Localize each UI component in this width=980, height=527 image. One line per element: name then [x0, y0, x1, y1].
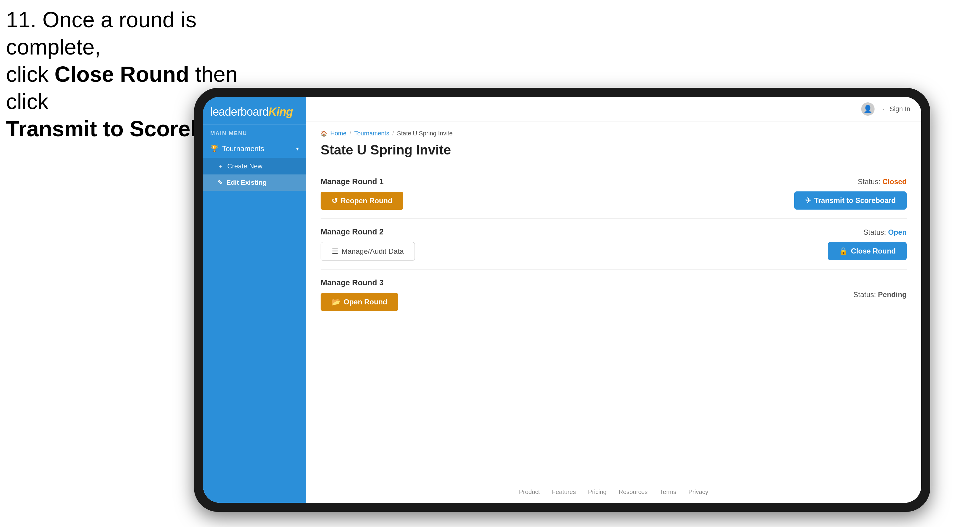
footer-terms[interactable]: Terms [660, 489, 676, 495]
breadcrumb: 🏠 Home / Tournaments / State U Spring In… [321, 130, 907, 137]
footer-features[interactable]: Features [552, 489, 576, 495]
user-avatar: 👤 [861, 102, 875, 116]
trophy-icon: 🏆 [210, 145, 218, 152]
app-footer: Product Features Pricing Resources Terms… [306, 481, 921, 503]
sidebar-sub-menu: ＋ Create New ✎ Edit Existing [203, 158, 306, 191]
logo-king: King [269, 105, 293, 118]
round-2-title: Manage Round 2 [321, 227, 415, 237]
round-1-section: Manage Round 1 ↺ Reopen Round Status: Cl… [321, 168, 907, 219]
round-2-status-value: Open [888, 228, 907, 236]
sidebar: leaderboardKing MAIN MENU 🏆 Tournaments … [203, 97, 306, 503]
sidebar-item-tournaments[interactable]: 🏆 Tournaments ▾ [203, 140, 306, 158]
main-content: 👤 → Sign In 🏠 Home / Tournaments / State [306, 97, 921, 503]
reopen-icon: ↺ [331, 197, 337, 205]
footer-product[interactable]: Product [519, 489, 540, 495]
transmit-scoreboard-button[interactable]: ✈ Transmit to Scoreboard [794, 191, 907, 210]
instruction-line1: 11. Once a round is complete, [6, 8, 196, 59]
transmit-icon: ✈ [805, 196, 811, 205]
round-3-status-value: Pending [878, 290, 907, 298]
sidebar-tournaments-label: Tournaments [222, 144, 264, 153]
menu-label: MAIN MENU [203, 125, 306, 140]
tablet-screen: leaderboardKing MAIN MENU 🏆 Tournaments … [203, 97, 921, 503]
round-3-left: Manage Round 3 📂 Open Round [321, 278, 398, 311]
round-2-left: Manage Round 2 ☰ Manage/Audit Data [321, 227, 415, 261]
footer-privacy[interactable]: Privacy [689, 489, 708, 495]
breadcrumb-sep2: / [393, 130, 394, 137]
audit-icon: ☰ [332, 247, 339, 256]
open-round-label: Open Round [344, 298, 387, 306]
breadcrumb-current: State U Spring Invite [397, 130, 452, 137]
app-layout: leaderboardKing MAIN MENU 🏆 Tournaments … [203, 97, 921, 503]
instruction-bold1: Close Round [54, 62, 189, 86]
sign-in-area[interactable]: 👤 → Sign In [861, 102, 911, 116]
instruction-line2: click [6, 62, 54, 86]
manage-audit-button[interactable]: ☰ Manage/Audit Data [321, 242, 415, 261]
logo-leaderboard: leaderboard [210, 105, 269, 118]
open-round-button[interactable]: 📂 Open Round [321, 293, 398, 311]
sign-in-text: Sign In [890, 105, 911, 113]
folder-icon: 📂 [331, 298, 340, 306]
sidebar-item-edit-existing[interactable]: ✎ Edit Existing [203, 175, 306, 191]
round-3-title: Manage Round 3 [321, 278, 398, 287]
breadcrumb-sep1: / [349, 130, 351, 137]
footer-pricing[interactable]: Pricing [588, 489, 607, 495]
round-3-right: Status: Pending [853, 290, 907, 299]
content-area: 🏠 Home / Tournaments / State U Spring In… [306, 121, 921, 481]
manage-audit-label: Manage/Audit Data [342, 247, 404, 256]
close-round-button[interactable]: 🔒 Close Round [828, 242, 907, 260]
lock-icon: 🔒 [839, 247, 848, 255]
round-1-status-value: Closed [883, 178, 907, 186]
round-1-title: Manage Round 1 [321, 177, 403, 186]
round-1-status: Status: Closed [858, 178, 907, 186]
round-1-right: Status: Closed ✈ Transmit to Scoreboard [794, 178, 907, 210]
edit-existing-label: Edit Existing [226, 179, 267, 187]
logo: leaderboardKing [210, 105, 299, 118]
breadcrumb-home[interactable]: Home [330, 130, 346, 137]
edit-icon: ✎ [218, 179, 223, 186]
transmit-scoreboard-label: Transmit to Scoreboard [814, 196, 896, 205]
close-round-label: Close Round [851, 247, 896, 255]
chevron-down-icon: ▾ [296, 145, 299, 152]
round-3-section: Manage Round 3 📂 Open Round Status: Pend… [321, 270, 907, 319]
round-2-right: Status: Open 🔒 Close Round [828, 228, 907, 260]
reopen-round-label: Reopen Round [340, 197, 393, 205]
round-3-status: Status: Pending [853, 290, 907, 299]
tablet-device: leaderboardKing MAIN MENU 🏆 Tournaments … [194, 88, 930, 512]
home-icon: 🏠 [321, 130, 327, 137]
reopen-round-button[interactable]: ↺ Reopen Round [321, 192, 403, 210]
round-2-status: Status: Open [863, 228, 907, 237]
page-title: State U Spring Invite [321, 142, 907, 157]
top-bar: 👤 → Sign In [306, 97, 921, 121]
plus-icon: ＋ [218, 162, 224, 170]
round-2-section: Manage Round 2 ☰ Manage/Audit Data Statu… [321, 219, 907, 270]
sign-in-label: → [879, 105, 885, 113]
footer-resources[interactable]: Resources [619, 489, 648, 495]
breadcrumb-tournaments[interactable]: Tournaments [354, 130, 390, 137]
round-1-left: Manage Round 1 ↺ Reopen Round [321, 177, 403, 210]
sidebar-item-create-new[interactable]: ＋ Create New [203, 158, 306, 175]
create-new-label: Create New [227, 162, 262, 170]
sidebar-logo: leaderboardKing [203, 97, 306, 125]
